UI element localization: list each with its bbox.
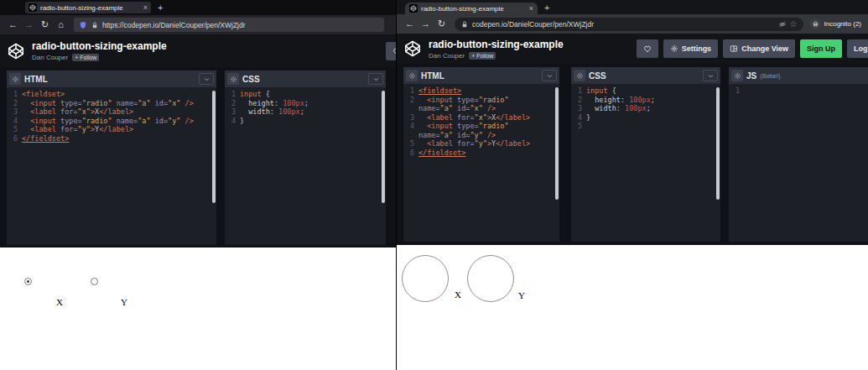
url-bar[interactable]: codepen.io/DanielCouper/pen/XWjZjdr ☆: [455, 18, 803, 31]
incognito-badge[interactable]: Incognito (2): [810, 18, 861, 29]
line-number: [403, 104, 418, 113]
like-heart-button[interactable]: [637, 39, 658, 58]
code-line[interactable]: 1input {: [571, 86, 720, 96]
css-panel-header: CSS: [571, 67, 720, 84]
code-line[interactable]: 5 <label for="y">Y</label>: [403, 139, 559, 149]
code-line[interactable]: 2 <input type="radio": [403, 96, 559, 105]
follow-button[interactable]: + Follow: [469, 52, 496, 60]
tab-close-icon[interactable]: ×: [143, 4, 148, 12]
code-line[interactable]: 6</fieldset>: [403, 149, 559, 158]
change-view-button[interactable]: Change View: [723, 39, 795, 58]
html-panel-collapse-button[interactable]: [199, 73, 214, 85]
code-line[interactable]: 4}: [571, 113, 720, 122]
bookmark-star-icon[interactable]: ☆: [790, 20, 798, 29]
line-number: 1: [225, 90, 240, 99]
forward-button[interactable]: →: [21, 20, 37, 29]
css-panel-collapse-button[interactable]: [703, 70, 718, 81]
editor-scrollbar[interactable]: [555, 87, 559, 200]
html-code-editor[interactable]: 1<fieldset>2 <input type="radio"name="a"…: [403, 84, 559, 242]
log-in-button[interactable]: Log In: [847, 39, 868, 58]
css-panel-label: CSS: [242, 75, 260, 84]
css-code-editor[interactable]: 1input {2 height: 100px;3 width: 100px;4…: [571, 84, 720, 242]
tracking-shield-icon[interactable]: [79, 21, 87, 29]
code-line[interactable]: 5 <label for="y">Y</label>: [7, 125, 216, 134]
code-line[interactable]: 1input {: [225, 90, 386, 99]
pen-author[interactable]: Dan Couper: [429, 52, 465, 60]
radio-x[interactable]: [24, 278, 32, 285]
js-panel: JS (Babel) 1: [729, 67, 868, 242]
code-line[interactable]: 1<fieldset>: [403, 86, 559, 96]
back-button[interactable]: ←: [402, 19, 418, 29]
css-settings-gear-button[interactable]: [227, 73, 239, 85]
code-line[interactable]: 4 <input type="radio": [403, 122, 559, 131]
code-line[interactable]: 4}: [225, 117, 386, 126]
js-settings-gear-button[interactable]: [731, 70, 743, 81]
radio-y[interactable]: [467, 255, 514, 302]
radio-label-x[interactable]: X: [455, 289, 461, 300]
radio-x[interactable]: [402, 255, 449, 302]
browser-tab[interactable]: radio-button-sizing-example ×: [405, 3, 538, 14]
chevron-down-icon: [203, 76, 211, 83]
css-settings-gear-button[interactable]: [574, 70, 585, 81]
code-line[interactable]: 4 <input type="radio" name="a" id="y" />: [7, 117, 216, 126]
editor-scrollbar[interactable]: [716, 87, 720, 200]
settings-button[interactable]: Settings: [663, 39, 719, 58]
radio-label-y[interactable]: Y: [121, 297, 127, 307]
css-code-editor[interactable]: 1input {2 height: 100px;3 width: 100px;4…: [225, 87, 386, 245]
code-line[interactable]: 2 height: 100px;: [225, 99, 386, 108]
back-button[interactable]: ←: [5, 20, 21, 29]
radio-label-y[interactable]: Y: [518, 290, 525, 300]
css-panel-collapse-button[interactable]: [368, 73, 383, 85]
forward-button[interactable]: →: [418, 19, 434, 29]
pen-title-block: radio-button-sizing-example Dan Couper +…: [32, 40, 386, 61]
pen-author[interactable]: Dan Couper: [32, 54, 68, 61]
css-panel-label: CSS: [589, 71, 606, 81]
code-line[interactable]: 3 width: 100px;: [571, 104, 720, 113]
html-panel-collapse-button[interactable]: [542, 70, 557, 81]
html-settings-gear-button[interactable]: [9, 73, 21, 85]
codepen-logo[interactable]: [403, 39, 422, 58]
html-settings-gear-button[interactable]: [406, 70, 418, 81]
eye-off-icon[interactable]: [778, 20, 787, 29]
code-line[interactable]: name="a" id="y" />: [403, 131, 559, 140]
sign-up-button[interactable]: Sign Up: [800, 39, 842, 58]
code-line[interactable]: name="a" id="x" />: [403, 104, 559, 113]
code-line[interactable]: 3 <label for="x">X</label>: [7, 107, 216, 117]
code-line[interactable]: 1<fieldset>: [7, 90, 216, 99]
incognito-label: Incognito (2): [824, 20, 861, 28]
tab-close-icon[interactable]: ×: [529, 5, 533, 13]
like-heart-button[interactable]: [386, 42, 396, 60]
browser-tab[interactable]: radio-button-sizing-example ×: [25, 2, 151, 13]
html-code-editor[interactable]: 1<fieldset>2 <input type="radio" name="a…: [7, 87, 216, 245]
lock-icon[interactable]: [460, 20, 469, 29]
new-tab-button[interactable]: +: [158, 3, 163, 13]
home-button[interactable]: ⌂: [53, 20, 69, 29]
line-number: 4: [571, 113, 586, 122]
code-line[interactable]: 6</fieldset>: [7, 134, 216, 143]
reload-button[interactable]: ↻: [434, 19, 450, 29]
reload-button[interactable]: ↻: [37, 20, 53, 29]
codepen-header: radio-button-sizing-example Dan Couper +…: [397, 34, 868, 64]
code-line[interactable]: 5: [571, 122, 720, 131]
chevron-down-icon: [372, 76, 380, 83]
heart-icon: [642, 44, 652, 54]
code-line[interactable]: 3 width: 100px;: [225, 107, 386, 117]
new-tab-button[interactable]: +: [544, 3, 549, 13]
codepen-logo[interactable]: [7, 42, 25, 60]
js-code-editor[interactable]: 1: [729, 84, 868, 242]
url-bar[interactable]: https://codepen.io/DanielCouper/pen/XWjZ…: [74, 18, 384, 32]
codepen-favicon-icon: [409, 4, 418, 13]
line-number: 3: [7, 107, 22, 117]
code-line[interactable]: 2 <input type="radio" name="a" id="x" />: [7, 99, 216, 108]
radio-label-x[interactable]: X: [56, 297, 63, 307]
gear-icon: [408, 72, 416, 80]
code-line[interactable]: 2 height: 100px;: [571, 96, 720, 105]
code-line[interactable]: 3 <label for="x">X</label>: [403, 113, 559, 122]
lock-icon[interactable]: [91, 21, 99, 29]
editor-scrollbar[interactable]: [382, 91, 385, 203]
editor-scrollbar[interactable]: [212, 91, 216, 203]
layout-icon: [730, 44, 738, 53]
follow-button[interactable]: + Follow: [72, 54, 99, 61]
radio-y[interactable]: [91, 278, 98, 285]
code-line[interactable]: 1: [729, 86, 868, 96]
